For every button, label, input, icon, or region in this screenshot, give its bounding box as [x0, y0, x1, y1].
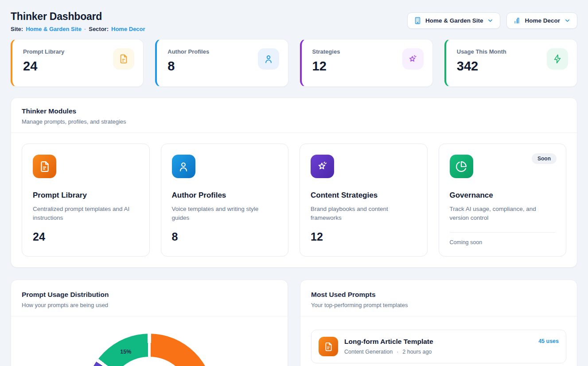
- prompt-category: Content Generation: [344, 349, 393, 355]
- pie-chart-icon: [450, 155, 473, 178]
- prompt-title: Long-form Article Template: [344, 338, 532, 346]
- bottom-row: Prompt Usage Distribution How your promp…: [11, 280, 577, 366]
- modules-subtitle: Manage prompts, profiles, and strategies: [22, 118, 566, 125]
- site-link[interactable]: Home & Garden Site: [26, 26, 82, 32]
- sparkle-star-icon: [402, 48, 424, 70]
- site-selector-dropdown[interactable]: Home & Garden Site: [407, 12, 501, 29]
- stat-value: 8: [167, 59, 209, 74]
- bar-chart-icon: [513, 17, 521, 24]
- usage-panel-header: Prompt Usage Distribution How your promp…: [11, 280, 288, 316]
- stat-label: Usage This Month: [457, 48, 506, 55]
- stat-card-author-profiles: Author Profiles 8: [155, 39, 288, 87]
- module-title: Governance: [450, 191, 556, 200]
- thinker-modules-section: Thinker Modules Manage prompts, profiles…: [11, 97, 577, 268]
- chevron-down-icon: [487, 17, 494, 24]
- donut-segment-label: 15%: [120, 349, 131, 355]
- module-description: Voice templates and writing style guides: [172, 205, 278, 222]
- header-controls: Home & Garden Site Home Decor: [407, 12, 577, 29]
- site-selector-label: Home & Garden Site: [425, 17, 483, 24]
- modules-header: Thinker Modules Manage prompts, profiles…: [11, 98, 577, 132]
- module-description: Centralized prompt templates and AI inst…: [33, 205, 139, 222]
- module-description: Track AI usage, compliance, and version …: [450, 205, 556, 222]
- chevron-down-icon: [564, 17, 571, 24]
- sector-selector-dropdown[interactable]: Home Decor: [506, 12, 577, 29]
- zap-icon: [547, 48, 568, 70]
- most-used-prompts-panel: Most Used Prompts Your top-performing pr…: [300, 280, 577, 366]
- module-description: Brand playbooks and content frameworks: [311, 205, 417, 222]
- prompt-list: Long-form Article Template Content Gener…: [300, 316, 577, 366]
- stat-label: Prompt Library: [23, 48, 64, 55]
- module-card-prompt-library[interactable]: Prompt Library Centralized prompt templa…: [22, 144, 150, 257]
- uses-count: 45 uses: [538, 338, 559, 344]
- module-card-author-profiles[interactable]: Author Profiles Voice templates and writ…: [161, 144, 289, 257]
- user-icon: [172, 155, 195, 178]
- module-count: 24: [33, 230, 139, 243]
- divider: [450, 232, 556, 233]
- usage-panel-subtitle: How your prompts are being used: [22, 302, 277, 308]
- breadcrumb: Site: Home & Garden Site · Sector: Home …: [11, 26, 145, 32]
- stat-label: Author Profiles: [167, 48, 209, 55]
- module-count: 8: [172, 230, 278, 243]
- building-icon: [414, 17, 421, 24]
- page-title: Thinker Dashboard: [11, 11, 145, 23]
- module-count: 12: [311, 230, 417, 243]
- module-card-governance[interactable]: Soon Governance Track AI usage, complian…: [439, 144, 567, 257]
- stat-label: Strategies: [312, 48, 340, 55]
- sector-selector-label: Home Decor: [525, 17, 560, 24]
- stat-card-usage: Usage This Month 342: [444, 39, 577, 87]
- dashboard-page: Thinker Dashboard Site: Home & Garden Si…: [0, 0, 588, 366]
- coming-soon-note: Coming soon: [450, 239, 556, 245]
- usage-donut: 15%: [85, 334, 214, 366]
- prompt-list-item[interactable]: Long-form Article Template Content Gener…: [311, 330, 566, 363]
- page-header: Thinker Dashboard Site: Home & Garden Si…: [11, 11, 577, 32]
- sector-label: Sector:: [89, 26, 109, 32]
- prompts-panel-title: Most Used Prompts: [311, 291, 566, 299]
- header-left: Thinker Dashboard Site: Home & Garden Si…: [11, 11, 145, 32]
- separator-dot: ·: [397, 349, 398, 355]
- stat-value: 342: [457, 59, 506, 74]
- site-label: Site:: [11, 26, 23, 32]
- stat-card-prompt-library: Prompt Library 24: [11, 39, 144, 87]
- stat-card-strategies: Strategies 12: [300, 39, 433, 87]
- modules-grid: Prompt Library Centralized prompt templa…: [11, 133, 577, 267]
- stat-value: 12: [312, 59, 340, 74]
- user-icon: [258, 48, 279, 70]
- sector-link[interactable]: Home Decor: [111, 26, 145, 32]
- module-title: Prompt Library: [33, 191, 139, 200]
- separator-dot: ·: [84, 26, 86, 32]
- usage-panel-title: Prompt Usage Distribution: [22, 291, 277, 299]
- module-card-content-strategies[interactable]: Content Strategies Brand playbooks and c…: [300, 144, 428, 257]
- prompts-panel-subtitle: Your top-performing prompt templates: [311, 302, 566, 308]
- prompts-panel-header: Most Used Prompts Your top-performing pr…: [300, 280, 577, 316]
- prompt-meta: Content Generation · 2 hours ago: [344, 349, 532, 355]
- prompt-usage-panel: Prompt Usage Distribution How your promp…: [11, 280, 288, 366]
- file-text-icon: [33, 155, 56, 178]
- prompt-time: 2 hours ago: [402, 349, 432, 355]
- sparkle-star-icon: [311, 155, 334, 178]
- module-title: Author Profiles: [172, 191, 278, 200]
- soon-badge: Soon: [532, 153, 557, 164]
- stats-row: Prompt Library 24 Author Profiles 8 Stra…: [11, 39, 577, 87]
- module-title: Content Strategies: [311, 191, 417, 200]
- chart-area: 15%: [11, 316, 288, 366]
- file-text-icon: [319, 337, 338, 356]
- stat-value: 24: [23, 59, 64, 74]
- file-text-icon: [113, 48, 134, 70]
- modules-title: Thinker Modules: [22, 107, 566, 115]
